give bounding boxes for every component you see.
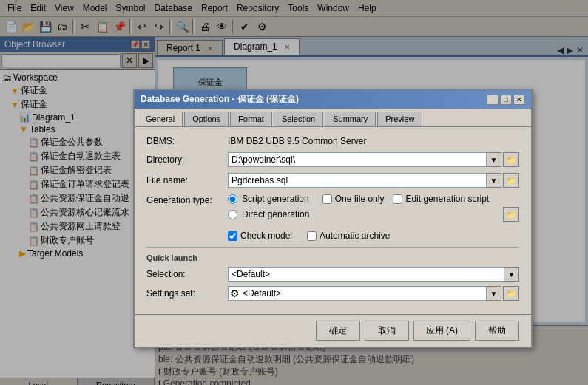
radio-row-script: Script generation One file only Edit gen…: [228, 194, 519, 204]
dbms-value: IBM DB2 UDB 9.5 Common Server: [228, 136, 519, 146]
modal-tab-options[interactable]: Options: [184, 112, 229, 126]
check-row: Check model Automatic archive: [228, 231, 519, 241]
check-model-checkbox[interactable]: [228, 231, 237, 241]
modal-tab-preview[interactable]: Preview: [377, 112, 422, 126]
edit-script-label[interactable]: Edit generation script: [405, 194, 489, 204]
select-row-settings: Settings set: ⚙ ▼ 📁: [146, 286, 519, 301]
modal-dialog: Database Generation - 保证金 (保证金) ─ □ ✕ Ge…: [133, 89, 533, 348]
direct-browse-btn[interactable]: 📁: [503, 207, 519, 222]
modal-maximize-btn[interactable]: □: [500, 95, 512, 105]
selection-input[interactable]: [228, 267, 504, 282]
help-button[interactable]: 帮助: [475, 321, 519, 341]
edit-script-item: Edit generation script: [393, 194, 489, 204]
settings-input[interactable]: [243, 288, 484, 299]
select-row-selection: Selection: ▼: [146, 267, 519, 282]
dbms-label: DBMS:: [146, 136, 228, 146]
filename-browse-btn[interactable]: 📁: [503, 173, 519, 188]
filename-label: File name:: [146, 175, 228, 185]
modal-minimize-btn[interactable]: ─: [487, 95, 499, 105]
filename-input-group: ▼ 📁: [228, 173, 519, 188]
settings-icon: ⚙: [230, 287, 240, 299]
modal-body: DBMS: IBM DB2 UDB 9.5 Common Server Dire…: [135, 127, 531, 314]
modal-titlebar: Database Generation - 保证金 (保证金) ─ □ ✕: [135, 90, 531, 109]
selection-input-group: ▼: [228, 267, 519, 282]
modal-close-btn[interactable]: ✕: [513, 95, 525, 105]
filename-input[interactable]: [228, 173, 487, 188]
filename-dropdown-btn[interactable]: ▼: [487, 173, 501, 188]
directory-dropdown-btn[interactable]: ▼: [487, 152, 501, 167]
one-file-only-checkbox[interactable]: [322, 194, 332, 204]
apply-button[interactable]: 应用 (A): [413, 321, 470, 341]
modal-footer: 确定 取消 应用 (A) 帮助: [135, 314, 531, 347]
one-file-only-item: One file only: [322, 194, 385, 204]
quick-launch-section: Quick launch Selection: ▼ Settings set: …: [146, 247, 519, 301]
script-radio-label[interactable]: Script generation: [242, 194, 309, 204]
settings-input-group: ⚙ ▼ 📁: [228, 286, 519, 301]
modal-controls: ─ □ ✕: [487, 95, 525, 105]
modal-tabs: General Options Format Selection Summary…: [135, 109, 531, 127]
script-radio[interactable]: [228, 194, 237, 204]
settings-browse-btn[interactable]: 📁: [503, 286, 519, 301]
auto-archive-label[interactable]: Automatic archive: [320, 231, 390, 241]
quick-launch-header: Quick launch: [146, 253, 519, 262]
directory-input[interactable]: [228, 152, 487, 167]
form-row-dbms: DBMS: IBM DB2 UDB 9.5 Common Server: [146, 136, 519, 146]
selection-label: Selection:: [146, 269, 228, 279]
settings-label: Settings set:: [146, 288, 228, 299]
modal-overlay: Database Generation - 保证金 (保证金) ─ □ ✕ Ge…: [0, 0, 588, 385]
modal-tab-format[interactable]: Format: [230, 112, 272, 126]
form-row-directory: Directory: ▼ 📁: [146, 152, 519, 167]
modal-tab-summary[interactable]: Summary: [325, 112, 376, 126]
directory-input-group: ▼ 📁: [228, 152, 519, 167]
edit-script-checkbox[interactable]: [393, 194, 402, 204]
modal-title: Database Generation - 保证金 (保证金): [141, 93, 299, 106]
modal-tab-selection[interactable]: Selection: [274, 112, 323, 126]
radio-row-direct: Direct generation 📁: [228, 207, 519, 222]
form-row-gentype: Generation type: Script generation One f…: [146, 194, 519, 225]
gentype-label: Generation type:: [146, 194, 228, 205]
auto-archive-item: Automatic archive: [307, 231, 390, 241]
cancel-button[interactable]: 取消: [365, 321, 409, 341]
modal-tab-general[interactable]: General: [138, 112, 183, 126]
direct-radio-label[interactable]: Direct generation: [242, 209, 309, 219]
check-model-item: Check model: [228, 231, 292, 241]
ok-button[interactable]: 确定: [316, 321, 360, 341]
check-model-label[interactable]: Check model: [240, 231, 292, 241]
directory-browse-btn[interactable]: 📁: [503, 152, 519, 167]
gentype-options: Script generation One file only Edit gen…: [228, 194, 519, 225]
script-options: One file only Edit generation script: [322, 194, 489, 204]
directory-label: Directory:: [146, 154, 228, 165]
settings-dropdown-btn[interactable]: ▼: [487, 286, 501, 301]
form-row-filename: File name: ▼ 📁: [146, 173, 519, 188]
one-file-only-label[interactable]: One file only: [335, 194, 385, 204]
selection-dropdown-btn[interactable]: ▼: [504, 267, 519, 282]
direct-radio[interactable]: [228, 210, 237, 219]
auto-archive-checkbox[interactable]: [307, 231, 317, 241]
